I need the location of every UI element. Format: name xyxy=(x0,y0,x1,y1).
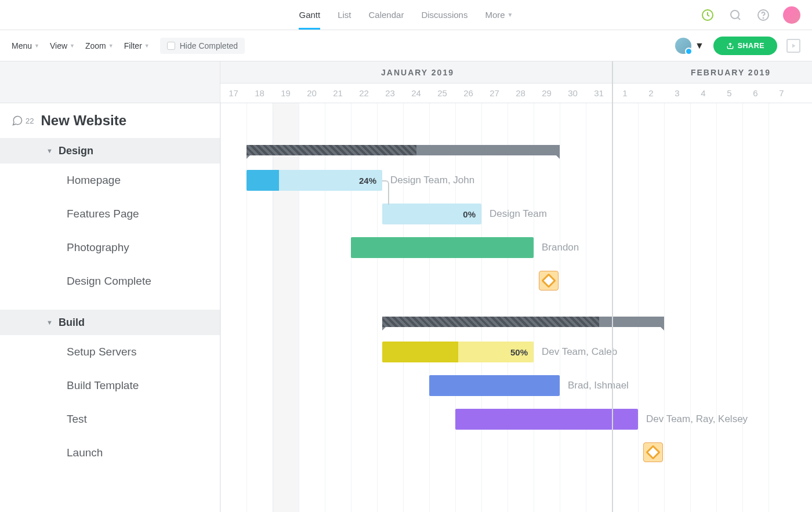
chevron-down-icon: ▼ xyxy=(695,41,704,51)
day-header-cell: 24 xyxy=(403,83,429,103)
group-name: Design xyxy=(59,145,93,157)
share-button[interactable]: SHARE xyxy=(713,37,777,55)
dependency-line xyxy=(382,180,389,205)
task-row[interactable]: Launch xyxy=(0,436,220,470)
chevron-down-icon: ▼ xyxy=(507,12,513,18)
tab-more[interactable]: More▼ xyxy=(485,0,513,30)
day-header-cell: 26 xyxy=(455,83,481,103)
day-header-cell: 4 xyxy=(690,83,716,103)
task-row[interactable]: Features Page xyxy=(0,197,220,231)
group-row[interactable]: ▼Design xyxy=(0,138,220,164)
day-header-cell: 18 xyxy=(246,83,273,103)
gantt-row: 24%Design Team, John xyxy=(220,164,812,197)
checkbox-icon[interactable] xyxy=(167,42,175,50)
day-header: 1718192021222324252627282930311234567 xyxy=(220,83,812,103)
group-row[interactable]: ▼Build xyxy=(0,310,220,335)
search-icon[interactable] xyxy=(727,7,744,23)
task-row[interactable]: Test xyxy=(0,402,220,436)
task-bar[interactable] xyxy=(351,237,534,258)
month-label: FEBRUARY 2019 xyxy=(615,61,812,83)
task-assignees: Design Team, John xyxy=(390,170,474,191)
chevron-down-icon: ▼ xyxy=(108,43,114,49)
tab-list[interactable]: List xyxy=(338,0,351,30)
chevron-down-icon: ▼ xyxy=(70,43,75,49)
day-header-cell: 5 xyxy=(716,83,742,103)
svg-point-1 xyxy=(731,10,739,19)
project-title: New Website xyxy=(41,112,126,129)
presentation-button[interactable] xyxy=(786,39,800,53)
group-name: Build xyxy=(59,317,85,329)
chevron-down-icon: ▼ xyxy=(144,43,150,49)
assignee-filter[interactable]: ▼ xyxy=(675,38,704,54)
task-bar[interactable]: 24% xyxy=(246,170,382,191)
month-divider xyxy=(612,61,613,512)
gantt-row: Brandon xyxy=(220,231,812,264)
day-header-cell: 28 xyxy=(507,83,534,103)
summary-bar[interactable] xyxy=(382,317,664,327)
project-header-row[interactable]: 22 New Website xyxy=(0,103,220,138)
summary-bar[interactable] xyxy=(246,145,560,155)
gantt-timeline[interactable]: JANUARY 2019 FEBRUARY 2019 1718192021222… xyxy=(220,61,812,512)
gantt-row: 0%Design Team xyxy=(220,197,812,231)
task-row[interactable]: Setup Servers xyxy=(0,335,220,369)
day-header-cell: 1 xyxy=(612,83,638,103)
day-header-cell: 17 xyxy=(220,83,246,103)
help-icon[interactable] xyxy=(755,7,771,23)
clock-icon[interactable] xyxy=(699,7,716,23)
day-header-cell: 20 xyxy=(299,83,325,103)
svg-point-3 xyxy=(763,17,764,18)
month-label: JANUARY 2019 xyxy=(220,61,615,83)
day-header-cell: 29 xyxy=(534,83,560,103)
day-header-cell: 7 xyxy=(768,83,795,103)
day-header-cell: 3 xyxy=(664,83,690,103)
gantt-row xyxy=(220,436,812,470)
task-row[interactable]: Build Template xyxy=(0,369,220,402)
month-header: JANUARY 2019 FEBRUARY 2019 xyxy=(220,61,812,83)
progress-label: 24% xyxy=(359,176,376,186)
diamond-icon xyxy=(541,273,556,288)
top-navigation: GanttListCalendarDiscussionsMore▼ xyxy=(0,0,812,30)
chevron-down-icon: ▼ xyxy=(46,147,53,154)
toolbar-menu[interactable]: Menu ▼ xyxy=(12,41,39,50)
day-header-cell: 19 xyxy=(273,83,299,103)
day-header-cell: 31 xyxy=(586,83,612,103)
task-assignees: Brandon xyxy=(542,237,579,258)
task-assignees: Dev Team, Ray, Kelsey xyxy=(646,409,748,430)
tab-discussions[interactable]: Discussions xyxy=(421,0,467,30)
day-header-cell: 23 xyxy=(377,83,403,103)
milestone-marker[interactable] xyxy=(643,442,663,462)
toolbar-zoom[interactable]: Zoom ▼ xyxy=(85,41,114,50)
day-header-cell: 30 xyxy=(560,83,586,103)
task-sidebar: 22 New Website ▼DesignHomepageFeatures P… xyxy=(0,61,220,512)
task-assignees: Design Team xyxy=(490,204,547,224)
hide-completed-label: Hide Completed xyxy=(180,41,238,50)
task-bar[interactable] xyxy=(455,409,638,430)
task-bar[interactable]: 0% xyxy=(382,204,481,224)
tab-gantt[interactable]: Gantt xyxy=(299,0,320,30)
toolbar-view[interactable]: View ▼ xyxy=(50,41,75,50)
chevron-down-icon: ▼ xyxy=(34,43,39,49)
task-bar[interactable] xyxy=(429,375,560,396)
tab-calendar[interactable]: Calendar xyxy=(369,0,404,30)
hide-completed-toggle[interactable]: Hide Completed xyxy=(160,38,245,54)
task-assignees: Dev Team, Caleb xyxy=(542,342,617,362)
comments-button[interactable]: 22 xyxy=(12,115,34,126)
gantt-row: 50%Dev Team, Caleb xyxy=(220,335,812,369)
user-avatar[interactable] xyxy=(783,6,800,24)
task-assignees: Brad, Ishmael xyxy=(568,375,629,396)
assignee-avatar-icon xyxy=(675,38,691,54)
task-row[interactable]: Homepage xyxy=(0,164,220,197)
task-bar[interactable]: 50% xyxy=(382,342,534,362)
toolbar-filter[interactable]: Filter ▼ xyxy=(124,41,150,50)
task-row[interactable]: Design Complete xyxy=(0,264,220,298)
day-header-cell: 21 xyxy=(325,83,351,103)
day-header-cell: 27 xyxy=(481,83,507,103)
gantt-row: Brad, Ishmael xyxy=(220,369,812,402)
day-header-cell: 2 xyxy=(638,83,664,103)
task-row[interactable]: Photography xyxy=(0,231,220,264)
gantt-row: Dev Team, Ray, Kelsey xyxy=(220,402,812,436)
day-header-cell: 6 xyxy=(742,83,768,103)
share-button-label: SHARE xyxy=(738,42,764,50)
day-header-cell: 22 xyxy=(351,83,377,103)
milestone-marker[interactable] xyxy=(539,271,559,291)
